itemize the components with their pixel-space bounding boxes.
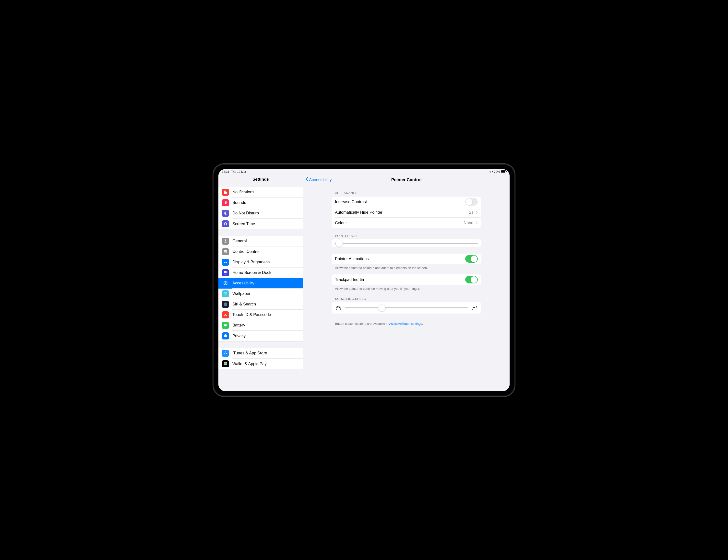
page-title: Pointer Control	[303, 178, 510, 182]
sidebar-item-privacy[interactable]: Privacy	[218, 331, 303, 341]
sidebar-item-label: Notifications	[232, 190, 254, 194]
home-icon	[222, 269, 229, 276]
row-increase-contrast[interactable]: Increase Contrast	[332, 197, 481, 207]
sidebar-item-touch-id-passcode[interactable]: Touch ID & Passcode	[218, 309, 303, 320]
sidebar-group-2: GeneralControl CentreAADisplay & Brightn…	[218, 236, 303, 341]
row-trackpad-inertia[interactable]: Trackpad Inertia	[332, 275, 481, 285]
battery-percent: 79%	[494, 170, 500, 174]
sidebar-group-3: iTunes & App StoreWallet & Apple Pay	[218, 348, 303, 369]
row-label: Pointer Animations	[335, 257, 369, 261]
section-header-scrolling-speed: SCROLLING SPEED	[332, 291, 481, 302]
tortoise-icon	[335, 306, 342, 310]
sidebar-item-label: Control Centre	[232, 249, 259, 254]
row-pointer-animations[interactable]: Pointer Animations	[332, 254, 481, 264]
svg-rect-22	[224, 325, 226, 326]
appearance-group: Increase Contrast Automatically Hide Poi…	[332, 197, 481, 228]
footer-text: Button customisations are available in	[335, 322, 389, 325]
sidebar-item-label: Battery	[232, 323, 245, 327]
trackpad-inertia-footer: Allow the pointer to continue moving aft…	[332, 285, 481, 291]
chevron-left-icon	[306, 177, 309, 183]
sidebar-item-label: Privacy	[232, 333, 246, 338]
section-header-appearance: APPEARANCE	[332, 185, 481, 197]
notif-icon	[222, 189, 229, 196]
pointer-size-slider[interactable]	[335, 243, 478, 244]
dnd-icon	[222, 210, 229, 217]
svg-rect-8	[224, 271, 225, 272]
detail-pane: Accessibility Pointer Control APPEARANCE…	[303, 175, 510, 391]
display-icon: AA	[222, 259, 229, 266]
sidebar-item-control-centre[interactable]: Control Centre	[218, 247, 303, 257]
trackpad-inertia-group: Trackpad Inertia	[332, 275, 481, 285]
scrolling-speed-slider[interactable]	[345, 307, 468, 308]
sidebar-item-screen-time[interactable]: Screen Time	[218, 219, 303, 229]
hare-icon	[471, 306, 478, 310]
pointer-animations-toggle[interactable]	[465, 255, 478, 263]
siri-icon	[222, 301, 229, 308]
svg-rect-21	[227, 325, 227, 326]
back-label: Accessibility	[309, 178, 332, 182]
trackpad-inertia-toggle[interactable]	[465, 276, 478, 283]
sidebar-item-battery[interactable]: Battery	[218, 320, 303, 331]
ipad-frame: 14:31 Thu 19 Mar 79% Settings Notificati…	[213, 163, 515, 397]
screen: 14:31 Thu 19 Mar 79% Settings Notificati…	[218, 169, 510, 391]
row-colour[interactable]: Colour None	[332, 218, 481, 228]
row-value: 2s	[469, 210, 473, 215]
battery-icon	[501, 170, 506, 173]
svg-rect-26	[224, 364, 227, 364]
accessibility-icon	[222, 280, 229, 287]
sidebar-item-label: Display & Brightness	[232, 260, 270, 264]
sidebar-item-label: Wallet & Apple Pay	[232, 361, 267, 366]
pointer-size-slider-group	[332, 240, 481, 247]
battery-icon	[222, 322, 229, 329]
sidebar-item-label: Sounds	[232, 200, 246, 205]
detail-nav-bar: Accessibility Pointer Control	[303, 175, 510, 185]
svg-point-16	[225, 282, 226, 283]
increase-contrast-toggle[interactable]	[465, 198, 478, 206]
gear-icon	[222, 238, 229, 245]
scrolling-speed-slider-group	[332, 302, 481, 313]
svg-rect-13	[226, 272, 227, 274]
sidebar-item-itunes-app-store[interactable]: iTunes & App Store	[218, 348, 303, 358]
svg-point-5	[224, 252, 225, 252]
back-button[interactable]: Accessibility	[306, 177, 332, 183]
sidebar-item-home-screen-dock[interactable]: Home Screen & Dock	[218, 268, 303, 278]
footer-after: .	[422, 322, 423, 325]
sidebar-item-do-not-disturb[interactable]: Do Not Disturb	[218, 208, 303, 219]
sidebar[interactable]: Settings NotificationsSoundsDo Not Distu…	[218, 175, 303, 391]
sidebar-item-display-brightness[interactable]: AADisplay & Brightness	[218, 257, 303, 268]
sidebar-item-notifications[interactable]: Notifications	[218, 187, 303, 198]
svg-point-17	[225, 293, 226, 294]
row-label: Automatically Hide Pointer	[335, 210, 382, 215]
control-icon	[222, 248, 229, 255]
sidebar-item-label: iTunes & App Store	[232, 351, 267, 355]
status-bar: 14:31 Thu 19 Mar 79%	[218, 169, 510, 175]
status-date: Thu 19 Mar	[231, 170, 246, 174]
sidebar-item-general[interactable]: General	[218, 236, 303, 247]
sidebar-item-sounds[interactable]: Sounds	[218, 198, 303, 208]
sidebar-item-wallet-apple-pay[interactable]: Wallet & Apple Pay	[218, 358, 303, 369]
wallet-icon	[222, 360, 229, 367]
assistivetouch-link[interactable]: AssistiveTouch settings	[389, 322, 422, 325]
section-header-pointer-size: POINTER SIZE	[332, 228, 481, 240]
svg-rect-10	[226, 271, 227, 272]
chevron-right-icon	[476, 211, 478, 214]
pointer-animations-group: Pointer Animations	[332, 254, 481, 264]
sidebar-item-siri-search[interactable]: Siri & Search	[218, 299, 303, 309]
svg-point-6	[226, 252, 227, 253]
svg-text:AA: AA	[224, 261, 227, 264]
sidebar-item-label: Screen Time	[232, 222, 255, 226]
pointer-animations-footer: Allow the pointer to animate and adapt t…	[332, 264, 481, 270]
svg-rect-12	[225, 272, 226, 274]
svg-rect-9	[225, 271, 226, 272]
footer-note: Button customisations are available in A…	[332, 320, 481, 326]
sidebar-title: Settings	[218, 175, 303, 185]
chevron-right-icon	[476, 221, 478, 225]
svg-rect-24	[224, 363, 227, 363]
sidebar-item-accessibility[interactable]: Accessibility	[218, 278, 303, 288]
row-label: Trackpad Inertia	[335, 277, 364, 282]
svg-rect-25	[224, 363, 227, 364]
sidebar-item-wallpaper[interactable]: Wallpaper	[218, 288, 303, 299]
row-label: Colour	[335, 221, 347, 225]
row-auto-hide-pointer[interactable]: Automatically Hide Pointer 2s	[332, 207, 481, 218]
wifi-icon	[489, 171, 493, 173]
